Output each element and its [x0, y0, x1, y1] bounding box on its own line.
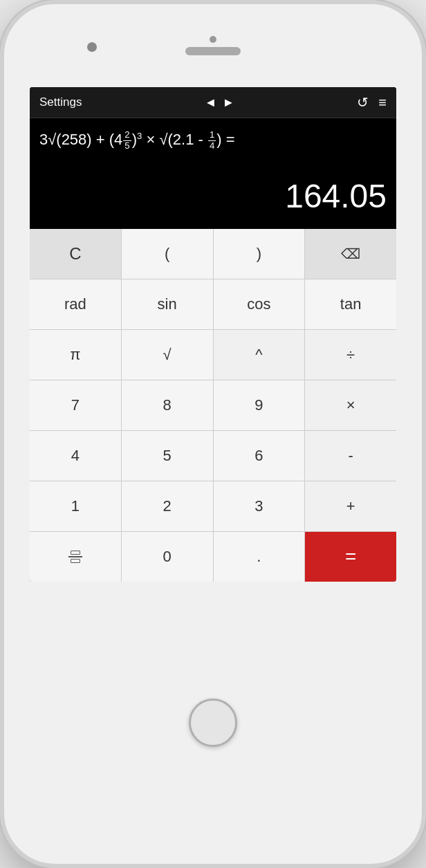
key-2[interactable]: 2 — [122, 481, 214, 531]
back-arrow-icon[interactable]: ◄ — [205, 95, 217, 110]
key-plus[interactable]: + — [305, 481, 396, 531]
key-row-2: π√^÷ — [30, 330, 396, 380]
key-1[interactable]: 1 — [30, 481, 122, 531]
phone-bottom — [4, 582, 422, 864]
fraction-icon — [68, 551, 82, 563]
settings-label[interactable]: Settings — [39, 95, 82, 109]
key-7[interactable]: 7 — [30, 380, 122, 430]
key-open-paren[interactable]: ( — [122, 229, 214, 279]
key-pi[interactable]: π — [30, 330, 122, 380]
key-row-5: 123+ — [30, 481, 396, 532]
phone-camera — [87, 42, 97, 52]
key-row-0: C()⌫ — [30, 229, 396, 279]
key-rad[interactable]: rad — [30, 279, 122, 329]
key-multiply[interactable]: × — [305, 380, 396, 430]
key-sqrt[interactable]: √ — [122, 330, 214, 380]
key-6[interactable]: 6 — [214, 431, 306, 481]
key-divide[interactable]: ÷ — [305, 330, 396, 380]
key-tan[interactable]: tan — [305, 279, 396, 329]
key-sin[interactable]: sin — [122, 279, 214, 329]
key-power[interactable]: ^ — [214, 330, 306, 380]
undo-icon[interactable]: ↺ — [357, 94, 369, 111]
key-4[interactable]: 4 — [30, 431, 122, 481]
key-minus[interactable]: - — [305, 431, 396, 481]
phone-speaker — [185, 47, 241, 55]
key-close-paren[interactable]: ) — [214, 229, 306, 279]
phone-top — [4, 4, 422, 87]
key-9[interactable]: 9 — [214, 380, 306, 430]
phone-dot — [210, 36, 216, 43]
forward-arrow-icon[interactable]: ► — [222, 95, 234, 110]
key-8[interactable]: 8 — [122, 380, 214, 430]
key-cos[interactable]: cos — [214, 279, 306, 329]
key-clear[interactable]: C — [30, 229, 122, 279]
key-decimal[interactable]: . — [214, 532, 306, 582]
calc-display: 3√(258) + (425)3 × √(2.1 - 14) = 164.05 — [30, 118, 396, 229]
header-right: ↺ ≡ — [357, 94, 387, 111]
key-row-6: 0.= — [30, 532, 396, 582]
phone-frame: Settings ◄ ► ↺ ≡ 3√(258) + (425)3 × √(2.… — [0, 0, 426, 868]
key-equals[interactable]: = — [305, 532, 396, 582]
key-row-1: radsincostan — [30, 279, 396, 330]
key-5[interactable]: 5 — [122, 431, 214, 481]
key-fraction[interactable] — [30, 532, 122, 582]
calc-result: 164.05 — [39, 177, 387, 215]
calc-expression: 3√(258) + (425)3 × √(2.1 - 14) = — [39, 129, 387, 151]
phone-screen: Settings ◄ ► ↺ ≡ 3√(258) + (425)3 × √(2.… — [30, 87, 396, 582]
menu-icon[interactable]: ≡ — [378, 95, 387, 111]
key-row-3: 789× — [30, 380, 396, 431]
keypad: C()⌫radsincostanπ√^÷789×456-123+ 0.= — [30, 229, 396, 582]
key-backspace[interactable]: ⌫ — [305, 229, 396, 279]
header-bar: Settings ◄ ► ↺ ≡ — [30, 87, 396, 118]
key-0[interactable]: 0 — [122, 532, 214, 582]
header-nav: ◄ ► — [205, 95, 235, 110]
home-button[interactable] — [189, 699, 237, 747]
key-3[interactable]: 3 — [214, 481, 306, 531]
key-row-4: 456- — [30, 431, 396, 481]
